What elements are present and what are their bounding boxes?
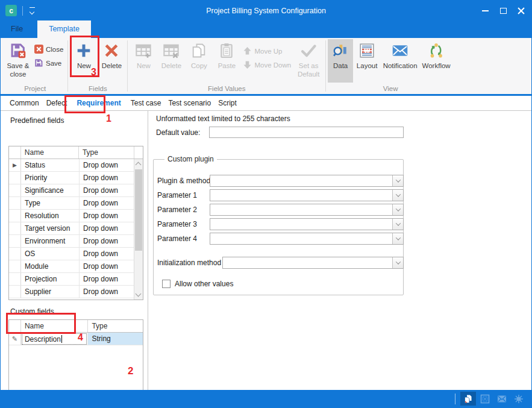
- cell-name[interactable]: Type: [21, 197, 80, 209]
- table-row[interactable]: Priority Drop down: [9, 172, 135, 184]
- custom-fields-title: Custom fields: [10, 307, 54, 316]
- parameter-dropdown[interactable]: [210, 175, 404, 187]
- minimize-button[interactable]: [476, 1, 494, 20]
- tab-requirement[interactable]: Requirement: [70, 96, 127, 110]
- cell-type[interactable]: Drop down: [80, 235, 135, 247]
- new-value-button: New: [130, 39, 157, 71]
- name-edit-cell[interactable]: Description: [21, 333, 88, 345]
- dropdown-button[interactable]: [392, 175, 403, 186]
- tab-common[interactable]: Common: [6, 96, 43, 110]
- column-header-name[interactable]: Name: [21, 146, 79, 158]
- table-row[interactable]: Supplier Drop down: [9, 286, 135, 298]
- cell-name[interactable]: Significance: [21, 184, 80, 196]
- scroll-down-icon[interactable]: [136, 291, 142, 297]
- cell-name[interactable]: Supplier: [21, 286, 80, 298]
- table-row[interactable]: OS Drop down: [9, 248, 135, 260]
- chevron-down-icon: [395, 235, 400, 240]
- cell-type[interactable]: Drop down: [80, 222, 135, 234]
- cell-type[interactable]: Drop down: [80, 273, 135, 285]
- cell-name[interactable]: Target version: [21, 222, 80, 234]
- cell-type[interactable]: Drop down: [80, 184, 135, 196]
- table-row[interactable]: Significance Drop down: [9, 184, 135, 197]
- parameter-dropdown[interactable]: [210, 218, 404, 230]
- cell-name[interactable]: Resolution: [21, 210, 80, 222]
- workflow-status-button[interactable]: [511, 392, 527, 406]
- row-indicator: [9, 184, 21, 196]
- scroll-up-icon[interactable]: [136, 162, 142, 168]
- view-workflow-label: Workflow: [422, 62, 451, 71]
- cell-type[interactable]: Drop down: [80, 159, 135, 171]
- cell-type[interactable]: Drop down: [80, 260, 135, 272]
- default-value-input[interactable]: [209, 127, 404, 138]
- table-row[interactable]: Projection Drop down: [9, 273, 135, 286]
- cell-type[interactable]: Drop down: [80, 248, 135, 260]
- cell-name[interactable]: Priority: [21, 172, 80, 184]
- parameter-dropdown[interactable]: [210, 233, 404, 245]
- new-field-button[interactable]: New: [70, 39, 98, 71]
- close-label: Close: [46, 46, 63, 53]
- cell-name[interactable]: Environment: [21, 235, 80, 247]
- cell-type[interactable]: Drop down: [80, 197, 135, 209]
- table-row[interactable]: Target version Drop down: [9, 222, 135, 235]
- layout-status-button[interactable]: [477, 392, 493, 406]
- table-row[interactable]: ▶ Status Drop down: [9, 159, 135, 172]
- delete-value-label: Delete: [161, 62, 181, 71]
- quick-access-dropdown-icon[interactable]: [28, 7, 37, 15]
- scrollbar-thumb[interactable]: [135, 169, 142, 251]
- dropdown-button[interactable]: [392, 257, 403, 268]
- table-row[interactable]: Type Drop down: [9, 197, 135, 210]
- table-row[interactable]: Resolution Drop down: [9, 210, 135, 222]
- tab-file[interactable]: File: [1, 20, 33, 38]
- tab-script[interactable]: Script: [214, 96, 240, 110]
- notification-status-button[interactable]: [494, 392, 510, 406]
- grid-header: Name Type: [9, 146, 143, 159]
- copy-fields-status-button[interactable]: [460, 392, 476, 406]
- name-edit-value: Description: [25, 335, 61, 344]
- save-and-close-button[interactable]: Save &close: [4, 39, 32, 78]
- cell-name[interactable]: Projection: [21, 273, 80, 285]
- tab-test-case[interactable]: Test case: [127, 96, 165, 110]
- table-row[interactable]: Module Drop down: [9, 260, 135, 273]
- tab-template[interactable]: Template: [37, 20, 91, 38]
- view-layout-button[interactable]: Layout: [353, 39, 381, 71]
- dropdown-button[interactable]: [392, 233, 403, 244]
- checkmark-icon: [300, 41, 317, 60]
- column-header-type[interactable]: Type: [79, 146, 134, 158]
- app-icon[interactable]: c: [5, 5, 17, 16]
- dropdown-button[interactable]: [392, 204, 403, 215]
- tab-defect[interactable]: Defect: [43, 96, 71, 110]
- view-data-button[interactable]: Data: [328, 39, 353, 83]
- initialization-method-dropdown[interactable]: [222, 257, 404, 269]
- custom-field-row[interactable]: ✎ Description String: [9, 333, 143, 345]
- cell-type[interactable]: Drop down: [80, 210, 135, 222]
- tab-test-scenario[interactable]: Test scenario: [164, 96, 214, 110]
- title-bar: c Project Billing System Configuration: [1, 1, 531, 20]
- column-header-type[interactable]: Type: [88, 320, 143, 332]
- cell-name[interactable]: OS: [21, 248, 80, 260]
- cell-name[interactable]: Module: [21, 260, 80, 272]
- cell-type[interactable]: Drop down: [80, 172, 135, 184]
- ribbon-separator: [67, 40, 68, 92]
- column-header-name[interactable]: Name: [21, 320, 88, 332]
- combo-label: Plugin & method: [157, 177, 210, 185]
- view-workflow-button[interactable]: Workflow: [419, 39, 453, 71]
- parameter-dropdown[interactable]: [210, 204, 404, 216]
- save-button[interactable]: Save: [32, 56, 66, 70]
- dropdown-button[interactable]: [392, 219, 403, 230]
- dropdown-button[interactable]: [392, 190, 403, 201]
- allow-other-values-checkbox[interactable]: [162, 280, 171, 288]
- delete-field-button[interactable]: Delete: [98, 39, 125, 71]
- cell-type[interactable]: Drop down: [80, 286, 135, 298]
- cell-type[interactable]: String: [88, 333, 143, 345]
- view-notification-button[interactable]: Notification: [381, 39, 419, 71]
- titlebar-separator: [22, 6, 23, 16]
- vertical-scrollbar[interactable]: [134, 159, 143, 300]
- table-row[interactable]: Environment Drop down: [9, 235, 135, 248]
- maximize-button[interactable]: [494, 1, 512, 20]
- parameter-dropdown[interactable]: [210, 189, 404, 201]
- close-project-button[interactable]: Close: [32, 42, 66, 56]
- cell-name[interactable]: Status: [21, 159, 80, 171]
- close-button[interactable]: [512, 1, 530, 20]
- window-title: Project Billing System Configuration: [1, 7, 531, 15]
- row-indicator: [9, 248, 21, 260]
